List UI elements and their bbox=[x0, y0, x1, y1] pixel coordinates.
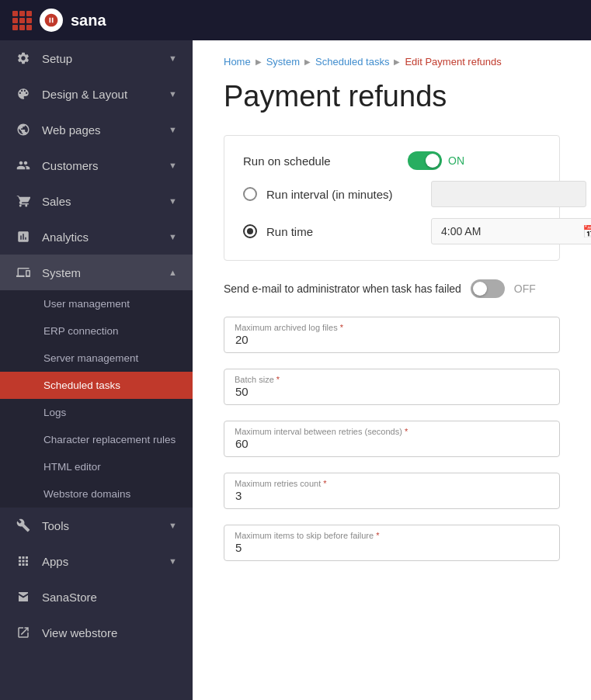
field-max-retries-count: Maximum retries count * bbox=[224, 473, 560, 509]
sidebar-item-label: Tools bbox=[42, 519, 69, 532]
sidebar-item-sales[interactable]: Sales ▼ bbox=[0, 183, 193, 219]
calendar-icon[interactable]: 📅 bbox=[582, 224, 591, 239]
run-on-schedule-toggle[interactable] bbox=[408, 151, 442, 170]
field-max-interval-retries: Maximum interval between retries (second… bbox=[224, 421, 560, 457]
chart-icon bbox=[16, 229, 31, 244]
run-time-label: Run time bbox=[266, 225, 422, 238]
person-icon bbox=[16, 158, 31, 173]
sidebar-item-label: View webstore bbox=[42, 626, 117, 639]
tools-icon bbox=[16, 518, 31, 533]
chevron-down-icon: ▼ bbox=[169, 54, 177, 63]
sidebar-item-system[interactable]: System ▲ bbox=[0, 255, 193, 290]
input-max-retries-count[interactable] bbox=[224, 473, 560, 509]
run-on-schedule-toggle-label: ON bbox=[448, 154, 464, 167]
breadcrumb-system[interactable]: System bbox=[266, 56, 300, 68]
submenu-item-user-management[interactable]: User management bbox=[0, 290, 193, 317]
store-icon bbox=[16, 589, 31, 605]
sidebar-item-tools[interactable]: Tools ▼ bbox=[0, 508, 193, 543]
sidebar-item-setup[interactable]: Setup ▼ bbox=[0, 40, 193, 76]
run-on-schedule-row: Run on schedule ON bbox=[243, 151, 541, 170]
input-batch-size[interactable] bbox=[224, 369, 560, 405]
brand-logo[interactable]: sana bbox=[12, 9, 106, 32]
chevron-up-icon: ▲ bbox=[169, 268, 177, 277]
run-on-schedule-toggle-container: ON bbox=[408, 151, 464, 170]
sidebar-item-label: Design & Layout bbox=[42, 88, 127, 101]
sidebar-item-customers[interactable]: Customers ▼ bbox=[0, 147, 193, 183]
sidebar-item-label: Customers bbox=[42, 159, 99, 172]
sidebar-item-label: Apps bbox=[42, 555, 68, 568]
sidebar-item-label: Setup bbox=[42, 52, 72, 65]
chevron-down-icon: ▼ bbox=[169, 196, 177, 206]
system-submenu: User management ERP connection Server ma… bbox=[0, 290, 193, 508]
cart-icon bbox=[16, 193, 31, 209]
run-time-input-wrapper: 📅 bbox=[431, 218, 591, 244]
submenu-item-scheduled-tasks[interactable]: Scheduled tasks bbox=[0, 372, 193, 399]
sidebar-item-label: SanaStore bbox=[42, 591, 97, 604]
breadcrumb-scheduled-tasks[interactable]: Scheduled tasks bbox=[315, 56, 389, 68]
chevron-down-icon: ▼ bbox=[169, 556, 177, 566]
system-icon bbox=[16, 265, 31, 280]
palette-icon bbox=[16, 86, 31, 102]
toggle-knob bbox=[426, 154, 440, 168]
input-max-interval-retries[interactable] bbox=[224, 421, 560, 457]
breadcrumb-separator: ▶ bbox=[394, 57, 400, 66]
toggle-knob bbox=[473, 282, 487, 296]
sidebar-item-view-webstore[interactable]: View webstore bbox=[0, 615, 193, 650]
breadcrumb-separator: ▶ bbox=[256, 57, 262, 66]
run-interval-radio[interactable] bbox=[243, 187, 257, 201]
grid-icon bbox=[12, 11, 32, 30]
submenu-item-webstore-domains[interactable]: Webstore domains bbox=[0, 480, 193, 508]
chevron-down-icon: ▼ bbox=[169, 89, 177, 99]
sidebar-item-sana-store[interactable]: SanaStore bbox=[0, 579, 193, 615]
breadcrumb: Home ▶ System ▶ Scheduled tasks ▶ Edit P… bbox=[224, 56, 560, 68]
run-interval-input[interactable] bbox=[431, 181, 586, 207]
submenu-item-logs[interactable]: Logs bbox=[0, 399, 193, 426]
send-email-toggle-label: OFF bbox=[514, 282, 536, 295]
sidebar-item-design-layout[interactable]: Design & Layout ▼ bbox=[0, 76, 193, 112]
chevron-down-icon: ▼ bbox=[169, 521, 177, 530]
send-email-row: Send e-mail to administrator when task h… bbox=[224, 279, 560, 298]
topbar: sana bbox=[0, 0, 591, 40]
globe-icon bbox=[16, 122, 31, 137]
run-on-schedule-label: Run on schedule bbox=[243, 154, 398, 168]
sidebar: Setup ▼ Design & Layout ▼ Web pages ▼ Cu… bbox=[0, 40, 193, 700]
breadcrumb-home[interactable]: Home bbox=[224, 56, 251, 68]
field-max-items-skip: Maximum items to skip before failure * bbox=[224, 525, 560, 561]
breadcrumb-separator: ▶ bbox=[304, 57, 311, 66]
run-time-radio[interactable] bbox=[243, 224, 257, 238]
apps-icon bbox=[16, 553, 31, 569]
gear-icon bbox=[16, 50, 31, 66]
submenu-item-html-editor[interactable]: HTML editor bbox=[0, 453, 193, 480]
field-batch-size: Batch size * bbox=[224, 369, 560, 405]
sidebar-item-label: Analytics bbox=[42, 230, 89, 244]
sidebar-item-label: System bbox=[42, 266, 81, 279]
send-email-toggle[interactable] bbox=[471, 279, 505, 298]
external-link-icon bbox=[16, 625, 31, 640]
input-max-items-skip[interactable] bbox=[224, 525, 560, 561]
sidebar-item-label: Web pages bbox=[42, 123, 101, 137]
chevron-down-icon: ▼ bbox=[169, 125, 177, 134]
chevron-down-icon: ▼ bbox=[169, 232, 177, 241]
run-interval-row: Run interval (in minutes) bbox=[243, 181, 541, 207]
sidebar-item-web-pages[interactable]: Web pages ▼ bbox=[0, 112, 193, 147]
send-email-label: Send e-mail to administrator when task h… bbox=[224, 282, 461, 295]
breadcrumb-current: Edit Payment refunds bbox=[405, 56, 501, 68]
submenu-item-erp-connection[interactable]: ERP connection bbox=[0, 317, 193, 345]
sidebar-item-analytics[interactable]: Analytics ▼ bbox=[0, 219, 193, 255]
run-interval-label: Run interval (in minutes) bbox=[266, 188, 422, 201]
sana-logo-circle bbox=[40, 9, 63, 32]
main-content: Home ▶ System ▶ Scheduled tasks ▶ Edit P… bbox=[193, 40, 591, 700]
submenu-item-server-management[interactable]: Server management bbox=[0, 345, 193, 372]
schedule-box: Run on schedule ON Run interval (in minu… bbox=[224, 135, 560, 261]
field-max-archived-log-files: Maximum archived log files * bbox=[224, 317, 560, 353]
input-max-archived-log-files[interactable] bbox=[224, 317, 560, 353]
run-time-row: Run time 📅 bbox=[243, 218, 541, 244]
chevron-down-icon: ▼ bbox=[169, 161, 177, 170]
sidebar-item-apps[interactable]: Apps ▼ bbox=[0, 543, 193, 579]
app-name: sana bbox=[71, 12, 106, 29]
sidebar-item-label: Sales bbox=[42, 195, 71, 208]
submenu-item-character-replacement-rules[interactable]: Character replacement rules bbox=[0, 426, 193, 453]
run-time-input[interactable] bbox=[431, 218, 591, 244]
page-title: Payment refunds bbox=[224, 80, 560, 113]
